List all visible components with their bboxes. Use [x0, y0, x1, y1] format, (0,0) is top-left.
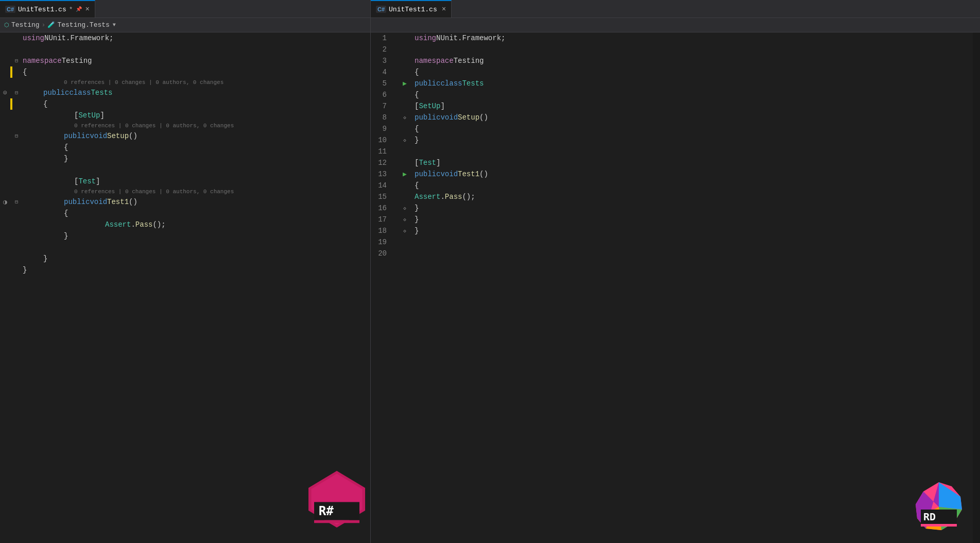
code-line-using: using NUnit.Framework; [23, 32, 370, 44]
folding-margin: ⊟ ⊟ ⊟ [12, 32, 21, 543]
r-line-1: using NUnit.Framework; [415, 32, 973, 44]
svg-text:R#: R# [319, 504, 334, 518]
test-class-icon: 🧪 [47, 21, 55, 29]
run-test1-icon[interactable]: ▶ [403, 170, 407, 178]
code-line-empty2 [23, 164, 370, 176]
ref-info-1: 0 references | 0 changes | 0 authors, 0 … [64, 77, 223, 88]
code-line-ref2: 0 references | 0 changes | 0 authors, 0 … [23, 121, 370, 130]
code-line-ns-open: { [23, 66, 370, 78]
r-line-13: public void Test1() [415, 168, 973, 180]
lens-icon-2[interactable]: ◑ [3, 198, 7, 206]
r-line-20 [415, 248, 973, 259]
left-tab-unitTest1[interactable]: C# UnitTest1.cs * 📌 × [0, 0, 95, 18]
diamond-icon-16: ◇ [403, 206, 406, 211]
diamond-icon-17: ◇ [403, 217, 406, 223]
breadcrumb-sep1: › [42, 21, 46, 29]
right-line-numbers: 1 2 3 4 5 6 7 8 9 10 11 12 13 14 15 16 1 [371, 32, 399, 543]
fold-test1[interactable]: ⊟ [15, 199, 18, 205]
r-line-14: { [415, 180, 973, 191]
diamond-icon-18: ◇ [403, 228, 406, 234]
code-line-class: public class Tests [23, 87, 370, 98]
code-line-empty1 [23, 44, 370, 55]
svg-rect-4 [314, 520, 359, 523]
lens-icon-1[interactable]: ⊙ [3, 89, 7, 97]
svg-rect-12 [921, 524, 957, 527]
svg-text:RD: RD [923, 511, 936, 523]
code-line-assert: Assert.Pass(); [23, 219, 370, 230]
ref-info-2: 0 references | 0 changes | 0 authors, 0 … [74, 120, 234, 131]
right-scrollbar[interactable] [973, 32, 980, 543]
right-close-icon[interactable]: × [442, 5, 446, 13]
cs-file-icon: C# [5, 6, 15, 13]
code-line-ns-close: } [23, 264, 370, 276]
code-line-test1-method: public void Test1() [23, 196, 370, 208]
right-tab-unitTest1[interactable]: C# UnitTest1.cs × [371, 0, 452, 18]
right-gutter-icons: ▶ ◇ ◇ [399, 32, 410, 543]
r-line-4: { [415, 66, 973, 78]
r-line-3: namespace Testing [415, 55, 973, 66]
fold-setup[interactable]: ⊟ [15, 133, 18, 139]
diamond-icon-setup: ◇ [403, 115, 406, 121]
close-icon[interactable]: × [85, 5, 90, 13]
cs-sharp-icon: C# [376, 6, 386, 13]
pin-icon[interactable]: 📌 [76, 6, 82, 12]
r-line-10: } [415, 134, 973, 146]
code-line-ref3: 0 references | 0 changes | 0 authors, 0 … [23, 187, 370, 196]
left-margin-icons: ⊙ [0, 32, 10, 543]
code-line-setup-method: public void Setup() [23, 130, 370, 142]
code-line-test1-close: } [23, 230, 370, 242]
ref-info-3: 0 references | 0 changes | 0 authors, 0 … [74, 186, 234, 197]
r-line-12: [Test] [415, 157, 973, 168]
code-line-setup-attr: [SetUp] [23, 110, 370, 121]
r-line-7: [SetUp] [415, 100, 973, 112]
code-line-ref1: 0 references | 0 changes | 0 authors, 0 … [23, 78, 370, 87]
r-line-9: { [415, 123, 973, 134]
code-line-empty3 [23, 242, 370, 253]
code-line-namespace: namespace Testing [23, 55, 370, 66]
modified-indicator: * [69, 6, 73, 13]
r-line-15: Assert.Pass(); [415, 191, 973, 202]
breadcrumb-namespace[interactable]: Testing [11, 21, 40, 29]
right-editor: 1 2 3 4 5 6 7 8 9 10 11 12 13 14 15 16 1 [371, 32, 980, 543]
code-line-class-close: } [23, 253, 370, 264]
run-class-icon[interactable]: ▶ [403, 79, 407, 88]
dropdown-icon[interactable]: ▼ [113, 22, 116, 28]
namespace-icon: ⬡ [4, 22, 9, 28]
code-line-test1-open: { [23, 208, 370, 219]
right-tab-label: UnitTest1.cs [389, 6, 437, 13]
code-line-test-attr: [Test] [23, 176, 370, 187]
resharper-logo: R# [308, 471, 365, 528]
code-line-class-open: { [23, 98, 370, 110]
r-line-6: { [415, 89, 973, 100]
right-code-content[interactable]: using NUnit.Framework; namespace Testing… [410, 32, 973, 543]
code-line-setup-close: } [23, 153, 370, 164]
code-line-setup-open: { [23, 142, 370, 153]
r-line-17: } [415, 214, 973, 225]
breadcrumb-class[interactable]: Testing.Tests [57, 21, 109, 29]
r-line-18: } [415, 225, 973, 236]
fold-namespace[interactable]: ⊟ [15, 58, 18, 64]
r-line-5: public class Tests [415, 78, 973, 89]
diamond-icon-10: ◇ [403, 138, 406, 143]
r-line-2 [415, 44, 973, 55]
left-tab-label: UnitTest1.cs [18, 6, 66, 13]
r-line-8: public void Setup() [415, 112, 973, 123]
left-code-content[interactable]: using NUnit.Framework; namespace Testing… [21, 32, 370, 543]
r-line-11 [415, 146, 973, 157]
left-editor: ⊙ [0, 32, 371, 543]
rider-logo: RD [913, 481, 965, 533]
fold-class[interactable]: ⊟ [15, 90, 18, 96]
r-line-19 [415, 236, 973, 248]
r-line-16: } [415, 202, 973, 214]
